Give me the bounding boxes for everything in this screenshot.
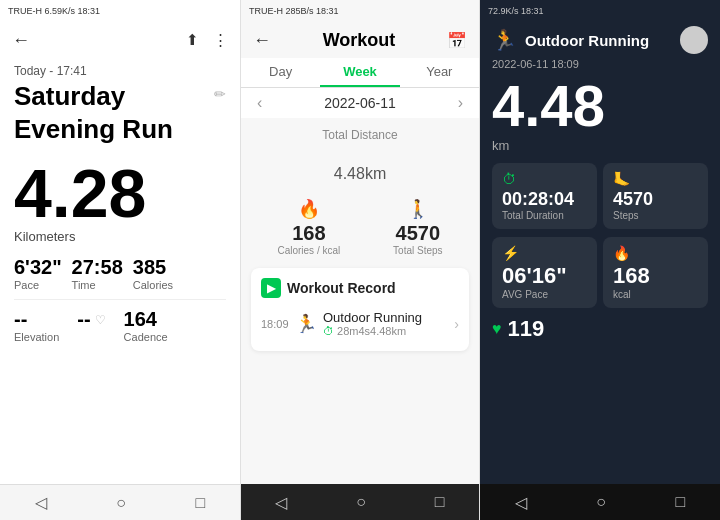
tab-week[interactable]: Week [320, 58, 399, 87]
p2-toolbar: ← Workout 📅 [241, 22, 479, 58]
p2-record-section: ▶ Workout Record 18:09 🏃 Outdoor Running… [251, 268, 469, 351]
p3-kcal-block: 🔥 168 kcal [603, 237, 708, 308]
p1-time-label: Time [72, 279, 123, 291]
p1-statusbar: TRUE-H 6.59K/s 18:31 [0, 0, 240, 22]
p2-nav-back[interactable]: ◁ [275, 493, 287, 512]
fire-icon: 🔥 [277, 198, 340, 220]
p2-status-left: TRUE-H 285B/s 18:31 [249, 6, 339, 16]
p3-pace-val: 06'16" [502, 263, 587, 289]
p3-steps-block: 🦶 4570 Steps [603, 163, 708, 229]
p2-bottom-nav: ◁ ○ □ [241, 484, 479, 520]
more-icon[interactable]: ⋮ [213, 31, 228, 49]
p2-back-icon[interactable]: ← [253, 30, 271, 51]
runner-icon: 🏃 [295, 313, 317, 335]
p2-tabs: Day Week Year [241, 58, 479, 88]
tab-day[interactable]: Day [241, 58, 320, 87]
p2-next-arrow[interactable]: › [458, 94, 463, 112]
p1-elev-val: -- [14, 308, 59, 331]
p2-statusbar: TRUE-H 285B/s 18:31 [241, 0, 479, 22]
p2-title: Workout [323, 30, 396, 51]
p1-cadence: 164 Cadence [124, 308, 168, 343]
p1-nav-home[interactable]: ○ [116, 494, 126, 512]
chevron-right-icon: › [454, 316, 459, 332]
p2-cal-label: Calories / kcal [277, 245, 340, 256]
p2-steps-metric: 🚶 4570 Total Steps [393, 198, 442, 256]
p3-pace-label: AVG Pace [502, 289, 587, 300]
p1-pace: 6'32" Pace [14, 256, 62, 291]
workout-detail: ⏱ 28m4s4.48km [323, 325, 454, 337]
p1-calories: 385 Calories [133, 256, 173, 291]
p3-steps-val: 4570 [613, 189, 698, 210]
p3-activity-title: Outdoor Running [525, 32, 672, 49]
pace-icon: ⚡ [502, 245, 587, 261]
p1-nav-back[interactable]: ◁ [35, 493, 47, 512]
back-icon[interactable]: ← [12, 30, 30, 51]
p1-time: 27:58 Time [72, 256, 123, 291]
p2-nav-square[interactable]: □ [435, 493, 445, 511]
p1-status-left: TRUE-H 6.59K/s 18:31 [8, 6, 100, 16]
duration-icon: ⏱ [502, 171, 587, 187]
panel-workout: TRUE-H 285B/s 18:31 ← Workout 📅 Day Week… [240, 0, 480, 520]
p1-nav-square[interactable]: □ [196, 494, 206, 512]
p2-prev-arrow[interactable]: ‹ [257, 94, 262, 112]
record-icon: ▶ [261, 278, 281, 298]
workout-time: 18:09 [261, 318, 289, 330]
p1-cal-val: 385 [133, 256, 173, 279]
p3-nav-back[interactable]: ◁ [515, 493, 527, 512]
edit-icon[interactable]: ✏ [214, 86, 226, 102]
p1-distance-unit: Kilometers [14, 229, 226, 244]
p1-bottom-nav: ◁ ○ □ [0, 484, 240, 520]
p3-pace-row: ⚡ 06'16" AVG Pace 🔥 168 kcal [480, 237, 720, 308]
p2-date-nav: ‹ 2022-06-11 › [241, 88, 479, 118]
p3-bottom-nav: ◁ ○ □ [480, 484, 720, 520]
p3-duration-label: Total Duration [502, 210, 587, 221]
p3-nav-square[interactable]: □ [676, 493, 686, 511]
p3-dist-unit: km [480, 138, 720, 153]
p2-nav-home[interactable]: ○ [356, 493, 366, 511]
p1-avg: -- ♡ [77, 308, 105, 343]
tab-year[interactable]: Year [400, 58, 479, 87]
p3-activity-date: 2022-06-11 18:09 [480, 58, 720, 70]
p3-heart-val: 119 [508, 316, 545, 342]
p1-elevation: -- Elevation [14, 308, 59, 343]
p2-total-distance: 4.48km [241, 144, 479, 186]
p1-today-label: Today - 17:41 [14, 64, 226, 78]
p3-steps-label: Steps [613, 210, 698, 221]
p2-steps-val: 4570 [393, 222, 442, 245]
p2-steps-label: Total Steps [393, 245, 442, 256]
p3-header: 🏃 Outdoor Running [480, 22, 720, 58]
p1-time-val: 27:58 [72, 256, 123, 279]
p3-main-distance: 4.48 [480, 74, 720, 138]
fire-icon: 🔥 [613, 245, 698, 261]
p2-record-title: ▶ Workout Record [261, 278, 459, 298]
share-icon[interactable]: ⬆ [186, 31, 199, 49]
p2-calendar-icon[interactable]: 📅 [447, 31, 467, 50]
p1-title-line1: Saturday [14, 82, 173, 111]
p1-pace-label: Pace [14, 279, 62, 291]
p1-content: Today - 17:41 Saturday Evening Run ✏ 4.2… [0, 58, 240, 484]
p1-cadence-label: Cadence [124, 331, 168, 343]
p3-heart-row: ♥ 119 [480, 308, 720, 346]
p3-nav-home[interactable]: ○ [596, 493, 606, 511]
panel-running-record: TRUE-H 6.59K/s 18:31 ← ⬆ ⋮ Today - 17:41… [0, 0, 240, 520]
workout-name: Outdoor Running [323, 310, 454, 325]
p3-duration-val: 00:28:04 [502, 189, 587, 210]
p1-divider [14, 299, 226, 300]
workout-item[interactable]: 18:09 🏃 Outdoor Running ⏱ 28m4s4.48km › [261, 306, 459, 341]
p1-stats-row: 6'32" Pace 27:58 Time 385 Calories [14, 256, 226, 291]
p1-toolbar: ← ⬆ ⋮ [0, 22, 240, 58]
p3-kcal-label: kcal [613, 289, 698, 300]
p1-cadence-val: 164 [124, 308, 168, 331]
p3-stats-grid: ⏱ 00:28:04 Total Duration 🦶 4570 Steps [480, 163, 720, 229]
p1-pace-val: 6'32" [14, 256, 62, 279]
p3-pace-block: ⚡ 06'16" AVG Pace [492, 237, 597, 308]
p3-avatar [680, 26, 708, 54]
steps-icon: 🦶 [613, 171, 698, 187]
p3-statusbar: 72.9K/s 18:31 [480, 0, 720, 22]
p1-title-line2: Evening Run [14, 115, 173, 144]
heart-icon: ♥ [492, 320, 502, 338]
p3-status-left: 72.9K/s 18:31 [488, 6, 544, 16]
p2-metrics: 🔥 168 Calories / kcal 🚶 4570 Total Steps [241, 198, 479, 256]
p1-bottom-row: -- Elevation -- ♡ 164 Cadence [14, 308, 226, 343]
steps-icon: 🚶 [393, 198, 442, 220]
